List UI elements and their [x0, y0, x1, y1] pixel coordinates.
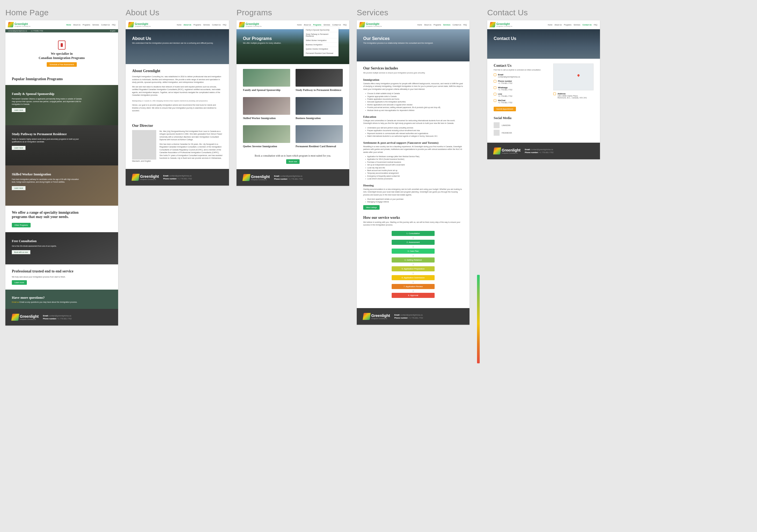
arrow-down-icon: ↓	[412, 263, 414, 266]
nav-faq[interactable]: FAQ	[223, 24, 226, 26]
program-image	[243, 125, 290, 143]
nav-contact[interactable]: Contact Us	[453, 24, 461, 26]
nav-about[interactable]: About Us	[304, 24, 311, 26]
nav-services[interactable]: Services	[92, 24, 99, 26]
nav-home[interactable]: Home	[177, 24, 181, 26]
logo-icon	[363, 313, 371, 320]
logo-icon	[132, 174, 139, 181]
nav-faq[interactable]: FAQ	[343, 24, 347, 26]
program-card[interactable]: Skilled Worker Immigration	[243, 97, 290, 120]
logo[interactable]: GreenlightImmigration Consulting Inc.	[490, 22, 513, 27]
logo[interactable]: GreenlightImmigration Consulting Inc.	[8, 22, 31, 27]
nav-home[interactable]: Home	[548, 24, 552, 26]
about-p2: We can add real value to situations that…	[132, 86, 223, 97]
social-linkedin[interactable]: LINKEDIN	[494, 122, 593, 128]
specialty-section: We offer a range of specialty immigratio…	[5, 206, 118, 232]
footer-email[interactable]: contact@greenlightvisa.ca	[280, 175, 302, 177]
services-body: Our Services includes We provide multipl…	[357, 61, 469, 308]
dd-item[interactable]: Permanent Resident Card Renewal	[304, 51, 339, 55]
line-value[interactable]: +1 778-881-7702	[498, 95, 512, 97]
band-family-btn[interactable]: Learn more	[12, 108, 25, 112]
book-btn[interactable]: Book now	[286, 159, 300, 164]
nav-faq[interactable]: FAQ	[112, 24, 115, 26]
nav-about[interactable]: About Us	[73, 24, 80, 26]
submit-appointment-btn[interactable]: Submit Appointment	[494, 107, 516, 111]
list-item: Choose & obtain suitable study in Canada	[365, 92, 463, 95]
specialty-btn[interactable]: Other Programs	[12, 223, 31, 227]
logo[interactable]: GreenlightImmigration Consulting Inc.	[239, 22, 262, 27]
logo[interactable]: GreenlightImmigration Consulting Inc.	[359, 22, 382, 27]
footer-phone[interactable]: +1 778-881-7702	[288, 178, 303, 180]
email-value[interactable]: contact@greenlightvisa.ca	[498, 76, 520, 78]
footer-info: Email: contact@greenlightvisa.ca Phone n…	[43, 315, 72, 320]
nav-programs[interactable]: Programs	[313, 24, 321, 26]
trusted-btn[interactable]: Learn more	[12, 280, 27, 285]
footer-phone[interactable]: +1 778-881-7702	[57, 318, 72, 320]
free-btn[interactable]: Book with us now	[12, 250, 30, 254]
svc-set-p: Resettling in a new country can be a dau…	[363, 145, 463, 154]
footer-phone[interactable]: +1 778-881-7702	[177, 178, 192, 180]
dd-item[interactable]: Skilled Worker Immigration	[304, 38, 339, 42]
logo[interactable]: GreenlightImmigration Consulting Inc.	[128, 22, 151, 27]
page-about: GreenlightImmigration Consulting Inc. Ho…	[126, 20, 229, 185]
program-card[interactable]: Permanent Resident Card Renewal	[295, 125, 343, 148]
nav-services[interactable]: Services	[574, 24, 580, 26]
intro-title: We specialize in Canadian Immigration Pr…	[12, 52, 112, 60]
page-programs: GreenlightImmigration Consulting Inc. Ho…	[236, 20, 349, 186]
footer-email[interactable]: contact@greenlightvisa.ca	[49, 315, 71, 317]
dd-item[interactable]: Quebec Investor Immigration	[304, 47, 339, 51]
program-card[interactable]: Quebec Investor Immigration	[243, 125, 290, 148]
nav-services[interactable]: Services	[323, 24, 330, 26]
view-listings-btn[interactable]: View Listings	[363, 205, 379, 210]
nav-contact[interactable]: Contact Us	[101, 24, 110, 26]
phone-value[interactable]: +1 778-881-7702	[498, 82, 512, 84]
dd-item[interactable]: Family & Spousal Sponsorship	[304, 28, 339, 32]
band-skilled-btn[interactable]: Learn more	[12, 186, 25, 190]
topbar-lang[interactable]: English	[110, 30, 115, 32]
footer-email[interactable]: contact@greenlightvisa.ca	[401, 314, 423, 316]
list-item: Monitor applications and advocate or app…	[365, 103, 463, 106]
nav-home[interactable]: Home	[297, 24, 301, 26]
program-card[interactable]: Study Pathway to Permanent Residence	[295, 69, 343, 92]
nav-about[interactable]: About Us	[424, 24, 431, 26]
wechat-value[interactable]: +1 778-881-7702	[498, 102, 512, 103]
header: GreenlightImmigration Consulting Inc. Ho…	[357, 20, 469, 29]
nav-home[interactable]: Home	[417, 24, 422, 26]
band-family-body: Permanent Canadian Citizens or applicant…	[12, 98, 82, 105]
footer-phone[interactable]: +1 778-881-7702	[539, 152, 554, 154]
intro-cta[interactable]: Schedule a Free Assessment	[47, 62, 76, 67]
nav-programs[interactable]: Programs	[83, 24, 90, 26]
nav-about[interactable]: About Us	[555, 24, 562, 26]
map[interactable]	[553, 64, 593, 90]
nav-faq[interactable]: FAQ	[594, 24, 597, 26]
programs-dropdown[interactable]: Family & Spousal Sponsorship Study Pathw…	[304, 27, 339, 56]
col-programs: Programs GreenlightImmigration Consultin…	[236, 8, 349, 186]
footer-email[interactable]: contact@greenlightvisa.ca	[531, 149, 553, 151]
svc-hou-p: Owning accommodation in a new emergency …	[363, 188, 463, 197]
nav-home[interactable]: Home	[66, 24, 71, 26]
nav-contact[interactable]: Contact Us	[332, 24, 341, 26]
band-study-btn[interactable]: Learn more	[12, 146, 25, 150]
list-item: Managing mortgage referral	[365, 201, 463, 203]
more-link[interactable]: Email us	[12, 301, 19, 303]
nav-programs[interactable]: Programs	[194, 24, 201, 26]
program-card[interactable]: Business Immigration	[295, 97, 343, 120]
col-about: About Us GreenlightImmigration Consultin…	[126, 8, 229, 185]
topbar-phone[interactable]: +1 778-881-7702	[31, 30, 43, 32]
nav-services[interactable]: Services	[203, 24, 210, 26]
nav-programs[interactable]: Programs	[564, 24, 571, 26]
program-card[interactable]: Family and Spousal Sponsorship	[243, 69, 290, 92]
nav-contact[interactable]: Contact Us	[583, 24, 591, 26]
nav-about[interactable]: About Us	[184, 24, 192, 26]
topbar-email[interactable]: contact@greenlightvisa.ca	[8, 30, 27, 32]
footer-email[interactable]: contact@greenlightvisa.ca	[169, 175, 192, 177]
social-facebook[interactable]: FACEBOOK	[494, 130, 593, 136]
nav-programs[interactable]: Programs	[434, 24, 441, 26]
dd-item[interactable]: Study Pathway to Permanent Residence	[304, 32, 339, 38]
whatsapp-value[interactable]: +1 778-881-7702	[498, 89, 512, 91]
nav-services[interactable]: Services	[443, 24, 450, 26]
dd-item[interactable]: Business Immigration	[304, 42, 339, 47]
nav-faq[interactable]: FAQ	[463, 24, 467, 26]
footer-phone[interactable]: +1 778-881-7702	[409, 317, 423, 319]
nav-contact[interactable]: Contact Us	[212, 24, 221, 26]
